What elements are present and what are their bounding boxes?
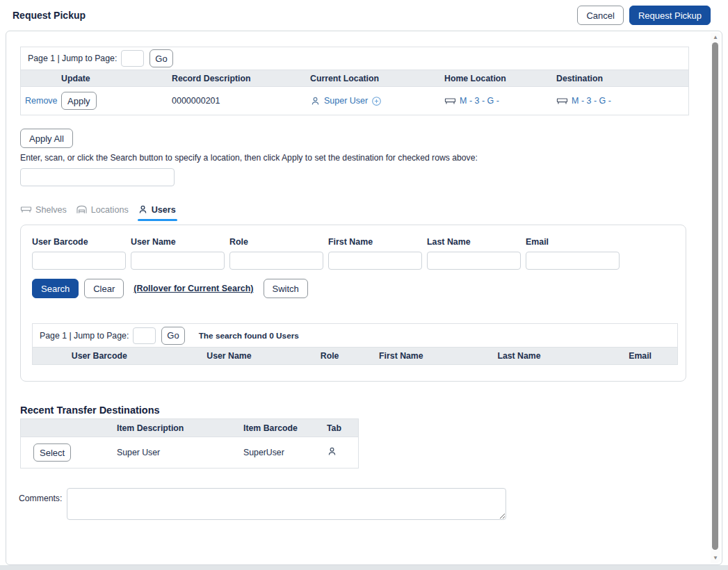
scrollbar-down-arrow-icon[interactable]: ▼ [711,554,720,562]
field-role: Role [229,237,323,270]
results-table-header: User Barcode User Name Role First Name L… [33,347,677,364]
header-cell-destination: Destination [554,74,688,83]
user-name-input[interactable] [131,252,225,270]
current-location-link[interactable]: Super User [324,96,368,106]
user-search-panel: User Barcode User Name Role First Name L… [20,225,686,382]
rollover-current-search-link[interactable]: (Rollover for Current Search) [134,284,253,293]
results-header-first-name: First Name [367,351,435,361]
header-cell-record-description: Record Description [168,74,307,83]
results-pagination: Page 1 | Jump to Page: Go The search fou… [33,324,677,347]
recent-transfer-title: Recent Transfer Destinations [20,405,722,416]
record-description-cell: 0000000201 [168,96,307,106]
panel-content: Page 1 | Jump to Page: Go Update Record … [6,31,722,520]
field-first-name: First Name [328,237,422,270]
circle-plus-icon[interactable] [371,96,382,106]
last-name-input[interactable] [427,252,521,270]
pickup-items-table: Page 1 | Jump to Page: Go Update Record … [20,47,689,115]
home-location-cell: M - 3 - G - [444,96,554,106]
tab-locations-label: Locations [91,205,129,215]
email-input[interactable] [526,252,620,270]
field-email: Email [526,237,620,270]
results-header-email: Email [603,351,677,361]
recent-header-tab: Tab [320,423,358,433]
first-name-input[interactable] [328,252,422,270]
destination-link[interactable]: M - 3 - G - [572,96,611,106]
person-icon [310,96,321,106]
comments-textarea[interactable] [67,488,506,520]
results-go-button[interactable]: Go [161,327,184,345]
user-search-actions: Search Clear (Rollover for Current Searc… [32,279,686,298]
building-icon [76,204,88,215]
recent-header-item-description: Item Description [110,423,236,433]
pickup-go-button[interactable]: Go [149,49,172,67]
search-button[interactable]: Search [32,279,79,298]
page-title: Request Pickup [13,10,86,21]
comments-section: Comments: [19,488,722,520]
request-pickup-panel: Page 1 | Jump to Page: Go Update Record … [6,31,722,565]
apply-button[interactable]: Apply [61,92,97,110]
pickup-page-label: Page 1 | Jump to Page: [28,54,117,63]
user-barcode-input[interactable] [32,252,126,270]
recent-item-barcode-cell: SuperUser [236,448,320,457]
location-entry-input[interactable] [20,168,175,186]
results-header-last-name: Last Name [435,351,603,361]
scrollbar-thumb[interactable] [712,42,718,550]
user-name-label: User Name [131,237,225,247]
pickup-table-row: Remove Apply 0000000201 Super User [21,87,688,115]
field-user-barcode: User Barcode [32,237,126,270]
results-header-user-name: User Name [166,351,293,361]
email-label: Email [526,237,620,247]
results-page-label: Page 1 | Jump to Page: [40,331,129,341]
tab-users[interactable]: Users [138,204,177,221]
recent-transfer-section: Recent Transfer Destinations Item Descri… [20,405,722,469]
pickup-table-pagination: Page 1 | Jump to Page: Go [21,47,688,70]
tab-shelves[interactable]: Shelves [20,204,68,221]
user-barcode-label: User Barcode [32,237,126,247]
current-location-cell: Super User [310,96,439,106]
request-pickup-button[interactable]: Request Pickup [629,6,711,25]
tab-shelves-label: Shelves [35,205,67,215]
results-header-role: Role [292,351,367,361]
recent-table-row: Select Super User SuperUser [21,437,358,468]
vertical-scrollbar[interactable]: ▲ ▼ [711,33,720,563]
header-actions: Cancel Request Pickup [577,6,711,25]
shelf-icon [556,96,568,106]
page-bottom-strip [0,565,728,570]
comments-label: Comments: [19,488,62,520]
field-user-name: User Name [131,237,225,270]
active-tab-underline [138,219,177,221]
location-type-tabs: Shelves Locations Users [20,204,722,221]
recent-header-item-barcode: Item Barcode [236,423,320,433]
location-instruction-text: Enter, scan, or click the Search button … [20,153,722,163]
home-location-link[interactable]: M - 3 - G - [460,96,499,106]
destination-cell: M - 3 - G - [556,96,688,106]
role-label: Role [229,237,323,247]
cancel-button[interactable]: Cancel [577,6,623,25]
role-input[interactable] [229,252,323,270]
person-icon [327,446,337,457]
tab-locations[interactable]: Locations [76,204,130,221]
remove-link[interactable]: Remove [25,96,58,106]
last-name-label: Last Name [427,237,521,247]
apply-all-button[interactable]: Apply All [20,129,73,148]
shelf-icon [20,204,32,215]
person-icon [138,204,148,215]
header-cell-current-location: Current Location [307,74,439,83]
field-last-name: Last Name [427,237,521,270]
results-header-user-barcode: User Barcode [33,351,166,361]
scrollbar-up-arrow-icon[interactable]: ▲ [711,33,720,42]
select-button[interactable]: Select [33,443,71,462]
user-search-fields: User Barcode User Name Role First Name L… [32,237,686,270]
switch-button[interactable]: Switch [264,279,308,298]
user-search-results-table: Page 1 | Jump to Page: Go The search fou… [32,323,678,365]
first-name-label: First Name [328,237,422,247]
clear-button[interactable]: Clear [84,279,124,298]
header-cell-home-location: Home Location [439,74,554,83]
shelf-icon [444,96,456,106]
results-jump-page-input[interactable] [133,327,156,344]
recent-table-header: Item Description Item Barcode Tab [21,419,358,437]
page-header: Request Pickup Cancel Request Pickup [0,0,728,31]
recent-item-description-cell: Super User [110,448,236,457]
header-cell-update: Update [57,74,168,83]
pickup-jump-page-input[interactable] [121,50,144,67]
